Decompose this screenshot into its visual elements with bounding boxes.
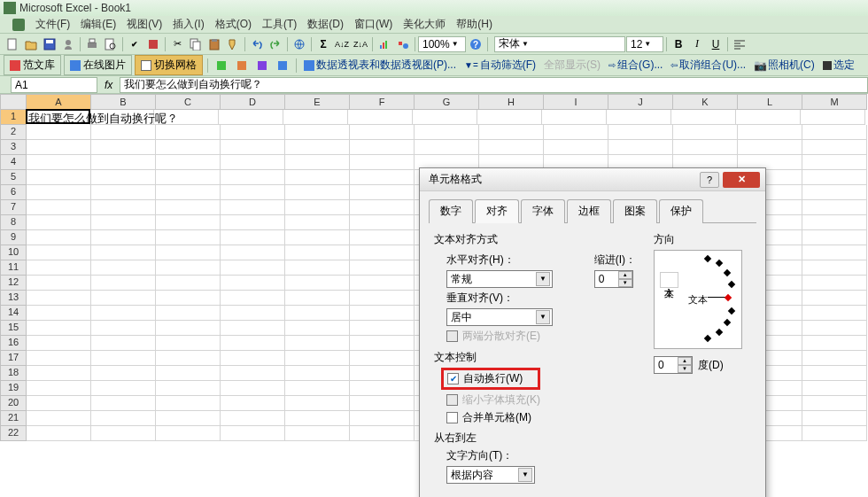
cell[interactable] [221,140,285,155]
valign-combo[interactable]: 居中▼ [446,308,553,326]
text-dir-combo[interactable]: 根据内容▼ [446,466,535,484]
cell[interactable] [350,155,415,170]
cell[interactable] [802,185,867,200]
menu-file[interactable]: 文件(F) [35,17,70,32]
cell[interactable] [350,351,415,366]
cell[interactable] [285,306,350,321]
row-header[interactable]: 8 [0,215,27,230]
cell[interactable] [673,125,738,140]
cell[interactable] [156,321,221,336]
cell[interactable] [350,140,415,155]
cell[interactable] [156,351,221,366]
cell[interactable] [350,366,415,381]
cell[interactable] [156,381,221,396]
cell[interactable] [802,276,867,291]
cell[interactable] [221,215,285,230]
cell[interactable] [27,396,91,411]
cell[interactable] [27,230,91,245]
cell[interactable] [91,140,156,155]
dialog-close-button[interactable]: ✕ [723,172,760,188]
cell[interactable] [350,381,415,396]
cell[interactable] [350,411,415,426]
col-header-b[interactable]: B [91,94,156,110]
cell[interactable] [477,110,542,125]
redo-button[interactable] [267,35,284,53]
autosum-button[interactable]: Σ [314,35,332,53]
copy-button[interactable] [187,35,205,53]
cell[interactable] [285,260,350,276]
cell[interactable] [221,381,285,396]
cell[interactable] [91,366,156,381]
cell[interactable] [802,125,867,140]
cell[interactable] [221,396,285,411]
toggle-grid-button[interactable]: 切换网格 [135,55,203,75]
open-button[interactable] [22,35,40,53]
cell[interactable] [285,155,350,170]
cell[interactable] [221,155,285,170]
tb2-btn2[interactable] [233,57,251,74]
undo-button[interactable] [248,35,266,53]
cell[interactable] [27,200,91,215]
col-header-j[interactable]: J [608,94,673,110]
cell[interactable] [91,336,156,351]
cell[interactable] [156,140,221,155]
menu-view[interactable]: 视图(V) [127,17,162,32]
cell[interactable] [802,140,867,155]
col-header-i[interactable]: I [544,94,608,110]
cell[interactable] [27,351,91,366]
cell[interactable] [91,125,156,140]
menu-format[interactable]: 格式(O) [215,17,252,32]
cell[interactable] [285,336,350,351]
cell[interactable] [285,185,350,200]
cell[interactable] [156,125,221,140]
cell[interactable] [350,276,415,291]
cell[interactable] [544,125,608,140]
cell[interactable] [156,411,221,426]
cell[interactable] [27,411,91,426]
cell[interactable] [802,230,867,245]
cell[interactable] [27,260,91,276]
cell[interactable] [156,170,221,185]
row-header[interactable]: 4 [0,155,27,170]
col-header-d[interactable]: D [221,94,285,110]
cell[interactable] [221,260,285,276]
tab-border[interactable]: 边框 [567,199,611,223]
cell[interactable] [413,110,477,125]
cell[interactable] [802,215,867,230]
print-button[interactable] [83,35,101,53]
row-header[interactable]: 16 [0,336,27,351]
cell[interactable] [544,140,608,155]
tab-alignment[interactable]: 对齐 [475,199,519,223]
cell[interactable] [802,200,867,215]
cell[interactable] [285,366,350,381]
cell[interactable] [156,336,221,351]
cell[interactable] [27,170,91,185]
cell[interactable] [91,230,156,245]
cell[interactable] [738,125,802,140]
cell[interactable] [285,200,350,215]
cell[interactable] [91,351,156,366]
cell[interactable] [736,110,801,125]
cell[interactable] [156,230,221,245]
menu-beautify[interactable]: 美化大师 [403,17,446,32]
col-header-e[interactable]: E [285,94,350,110]
col-header-a[interactable]: A [27,94,91,110]
cell[interactable] [27,276,91,291]
cell[interactable] [221,230,285,245]
cell[interactable] [156,366,221,381]
cell[interactable] [671,110,736,125]
degree-spinner[interactable]: 0▲▼ [654,356,693,374]
bold-button[interactable]: B [670,35,687,53]
row-header[interactable]: 12 [0,276,27,291]
cell[interactable] [283,110,348,125]
preview-button[interactable] [102,35,120,53]
row-header[interactable]: 20 [0,396,27,411]
cell[interactable] [156,291,221,306]
italic-button[interactable]: I [688,35,706,53]
cell[interactable] [156,200,221,215]
cell[interactable] [156,306,221,321]
cell[interactable] [91,411,156,426]
row-header[interactable]: 15 [0,321,27,336]
cell[interactable] [350,321,415,336]
cell[interactable] [91,215,156,230]
